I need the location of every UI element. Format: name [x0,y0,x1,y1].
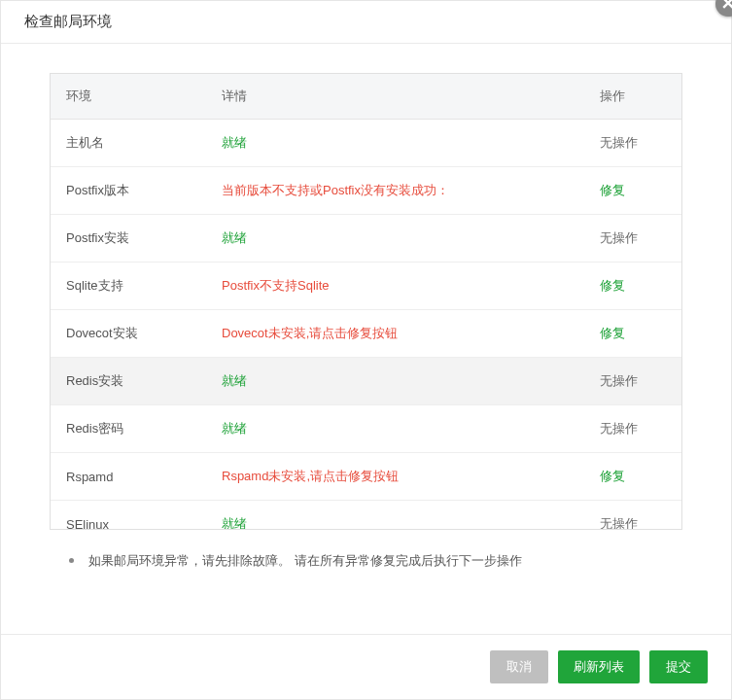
cell-detail: 就绪 [206,358,584,405]
cell-action: 无操作 [584,120,681,167]
close-icon [722,0,732,12]
table-row: RspamdRspamd未安装,请点击修复按钮修复 [51,453,681,501]
cell-env: Sqlite支持 [51,262,206,310]
table-row: Sqlite支持Postfix不支持Sqlite修复 [51,262,681,310]
cell-detail: 就绪 [206,501,584,530]
cell-detail: 就绪 [206,120,584,167]
cell-detail: 就绪 [206,405,584,453]
fix-link[interactable]: 修复 [600,183,625,197]
cell-env: SElinux [51,501,206,530]
no-action-label: 无操作 [600,516,638,529]
no-action-label: 无操作 [600,135,638,150]
note-text: 如果邮局环境异常，请先排除故障。 请在所有异常修复完成后执行下一步操作 [88,553,522,568]
modal-check-mail-env: 检查邮局环境 环境 详情 操作 主机名就绪无操作Postfix版本当前版本不支持… [0,0,732,700]
modal-footer: 取消 刷新列表 提交 [1,634,731,699]
cell-action: 修复 [584,310,681,358]
cell-detail: 当前版本不支持或Postfix没有安装成功： [206,167,584,215]
cell-detail: Rspamd未安装,请点击修复按钮 [206,453,584,501]
cancel-button[interactable]: 取消 [490,650,548,683]
fix-link[interactable]: 修复 [600,278,625,293]
col-header-env: 环境 [51,74,206,120]
table-row: 主机名就绪无操作 [51,120,681,167]
cell-env: Postfix版本 [51,167,206,215]
cell-action: 无操作 [584,358,681,405]
cell-action: 无操作 [584,501,681,530]
cell-env: Postfix安装 [51,215,206,262]
env-table: 环境 详情 操作 主机名就绪无操作Postfix版本当前版本不支持或Postfi… [51,74,681,529]
cell-action: 无操作 [584,215,681,262]
cell-env: Redis密码 [51,405,206,453]
env-table-wrap: 环境 详情 操作 主机名就绪无操作Postfix版本当前版本不支持或Postfi… [50,73,682,530]
cell-detail: 就绪 [206,215,584,262]
cell-env: 主机名 [51,120,206,167]
cell-env: Dovecot安装 [51,310,206,358]
cell-env: Rspamd [51,453,206,501]
cell-detail: Dovecot未安装,请点击修复按钮 [206,310,584,358]
modal-title: 检查邮局环境 [24,13,112,29]
col-header-detail: 详情 [206,74,584,120]
cell-action: 修复 [584,167,681,215]
fix-link[interactable]: 修复 [600,469,625,483]
submit-button[interactable]: 提交 [649,650,708,683]
cell-action: 修复 [584,262,681,310]
no-action-label: 无操作 [600,421,638,436]
table-row: SElinux就绪无操作 [51,501,681,530]
cell-detail: Postfix不支持Sqlite [206,262,584,310]
fix-link[interactable]: 修复 [600,326,625,340]
no-action-label: 无操作 [600,230,638,245]
footer-note: 如果邮局环境异常，请先排除故障。 请在所有异常修复完成后执行下一步操作 [50,549,682,572]
cell-env: Redis安装 [51,358,206,405]
col-header-action: 操作 [584,74,681,120]
table-row: Redis密码就绪无操作 [51,405,681,453]
table-row: Postfix版本当前版本不支持或Postfix没有安装成功：修复 [51,167,681,215]
bullet-icon [69,558,74,563]
table-row: Postfix安装就绪无操作 [51,215,681,262]
modal-header: 检查邮局环境 [1,1,731,44]
no-action-label: 无操作 [600,373,638,388]
cell-action: 无操作 [584,405,681,453]
table-row: Dovecot安装Dovecot未安装,请点击修复按钮修复 [51,310,681,358]
table-header-row: 环境 详情 操作 [51,74,681,120]
table-row: Redis安装就绪无操作 [51,358,681,405]
modal-body: 环境 详情 操作 主机名就绪无操作Postfix版本当前版本不支持或Postfi… [1,44,731,634]
env-table-scroll[interactable]: 环境 详情 操作 主机名就绪无操作Postfix版本当前版本不支持或Postfi… [51,74,681,529]
cell-action: 修复 [584,453,681,501]
refresh-button[interactable]: 刷新列表 [558,650,640,683]
